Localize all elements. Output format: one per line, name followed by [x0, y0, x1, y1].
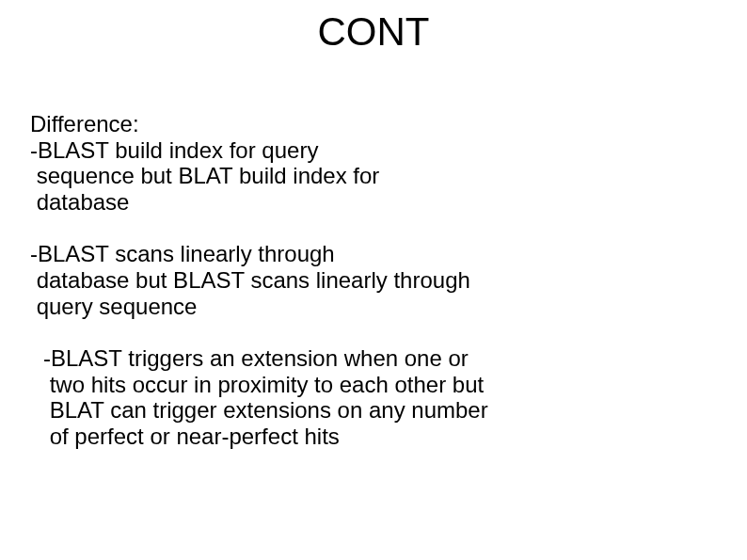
slide-title: CONT [0, 9, 747, 55]
slide: CONT Difference: -BLAST build index for … [0, 0, 747, 560]
text-line: -BLAST build index for query [30, 137, 717, 164]
text-line: -BLAST triggers an extension when one or [43, 345, 717, 372]
paragraph-3: -BLAST triggers an extension when one or… [30, 345, 717, 449]
text-line: query sequence [30, 294, 717, 320]
text-line: database [30, 189, 717, 216]
paragraph-2: -BLAST scans linearly through database b… [30, 241, 717, 319]
slide-body: Difference: -BLAST build index for query… [30, 111, 717, 450]
text-line: BLAT can trigger extensions on any numbe… [43, 397, 717, 424]
text-line: sequence but BLAT build index for [30, 163, 717, 189]
text-line: of perfect or near-perfect hits [43, 424, 717, 450]
text-line: database but BLAST scans linearly throug… [30, 267, 717, 294]
paragraph-1: Difference: -BLAST build index for query… [30, 111, 717, 215]
text-line: Difference: [30, 111, 717, 137]
text-line: -BLAST scans linearly through [30, 241, 717, 267]
text-line: two hits occur in proximity to each othe… [43, 372, 717, 398]
